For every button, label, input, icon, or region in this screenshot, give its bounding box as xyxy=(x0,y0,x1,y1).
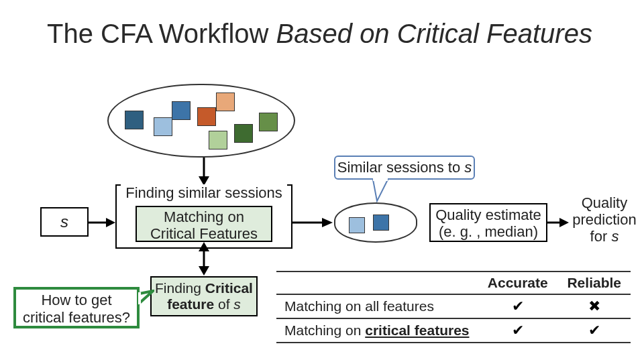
callout-pointer-icon xyxy=(370,178,390,204)
comparison-table: Accurate Reliable Matching on all featur… xyxy=(276,271,631,343)
svg-marker-3 xyxy=(106,218,115,227)
table-row: Matching on critical features ✔ ✔ xyxy=(276,318,631,343)
matching-line2: Critical Features xyxy=(150,225,258,242)
arrow-fcf-to-matching xyxy=(196,242,212,277)
pool-square xyxy=(125,111,144,129)
qpred-line1: Quality xyxy=(582,194,627,211)
fcf-suffix-prefix: of xyxy=(214,296,233,312)
arrow-s-to-match xyxy=(89,216,117,229)
pool-square xyxy=(234,124,253,143)
row2-prefix: Matching on xyxy=(284,322,365,338)
arrow-down-pool-to-match xyxy=(196,158,212,187)
svg-marker-13 xyxy=(140,291,153,303)
row2-reliable: ✔ xyxy=(557,318,631,343)
quality-prediction-text: Quality prediction for s xyxy=(568,194,641,245)
how-line2: critical features? xyxy=(23,309,130,326)
slide-title: The CFA Workflow Based on Critical Featu… xyxy=(47,19,592,49)
pool-square xyxy=(197,107,216,126)
row2-bold: critical features xyxy=(365,322,469,338)
title-emph: Based on Critical Features xyxy=(276,19,592,48)
similar-sessions-callout: Similar sessions to s xyxy=(334,156,475,180)
matching-line1: Matching on xyxy=(164,208,244,225)
row1-accurate: ✔ xyxy=(478,294,557,318)
finding-similar-sessions-label: Finding similar sessions xyxy=(121,184,287,202)
table-row: Matching on all features ✔ ✖ xyxy=(276,294,631,318)
svg-marker-12 xyxy=(199,266,209,276)
qest-line1: Quality estimate xyxy=(435,206,541,223)
similar-square xyxy=(373,215,389,231)
qpred-line3-em: s xyxy=(611,228,619,245)
svg-rect-7 xyxy=(373,178,388,181)
quality-estimate-box: Quality estimate (e. g. , median) xyxy=(429,203,547,242)
how-callout-pointer-icon xyxy=(138,290,154,307)
fcf-suffix-em: s xyxy=(233,296,241,312)
arrow-qest-to-qpred xyxy=(547,216,570,229)
col-reliable: Reliable xyxy=(557,272,631,294)
table-corner xyxy=(276,272,478,294)
svg-rect-14 xyxy=(138,292,141,304)
col-accurate: Accurate xyxy=(478,272,557,294)
row1-reliable: ✖ xyxy=(557,294,631,318)
callout-text: Similar sessions to xyxy=(337,159,465,176)
callout-em: s xyxy=(464,159,472,176)
svg-marker-10 xyxy=(199,242,209,251)
qest-line2: (e. g. , median) xyxy=(439,223,538,240)
row1-label: Matching on all features xyxy=(276,294,478,318)
how-line1: How to get xyxy=(41,292,111,308)
session-s-box: s xyxy=(40,207,89,237)
arrow-match-to-similar xyxy=(292,216,334,229)
table-header-row: Accurate Reliable xyxy=(276,272,631,294)
s-label: s xyxy=(60,213,68,231)
row2-label: Matching on critical features xyxy=(276,318,478,343)
matching-critical-features-box: Matching on Critical Features xyxy=(136,206,272,242)
qpred-line2: prediction xyxy=(572,211,636,228)
pool-square xyxy=(172,101,191,120)
how-to-get-callout: How to get critical features? xyxy=(13,287,140,328)
similar-square xyxy=(349,217,365,233)
qpred-line3-prefix: for xyxy=(590,228,612,245)
pool-square xyxy=(154,117,172,136)
pool-square xyxy=(259,113,278,131)
finding-critical-feature-box: Finding Critical feature of s xyxy=(150,276,258,316)
fcf-prefix: Finding xyxy=(155,280,205,296)
row2-accurate: ✔ xyxy=(478,318,557,343)
svg-marker-6 xyxy=(373,180,388,201)
svg-marker-5 xyxy=(322,218,333,227)
title-plain: The CFA Workflow xyxy=(47,19,276,48)
pool-square xyxy=(209,131,227,149)
pool-square xyxy=(216,93,235,111)
